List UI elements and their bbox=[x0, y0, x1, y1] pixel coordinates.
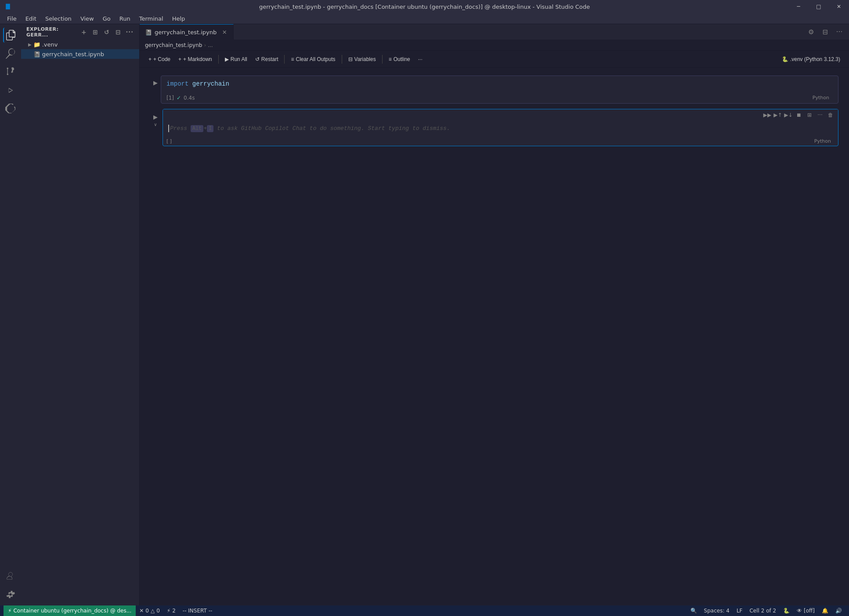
clear-all-outputs-button[interactable]: ≡ Clear All Outputs bbox=[287, 54, 339, 64]
cell-1-number: [1] bbox=[166, 95, 174, 101]
cell-2-toolbar: ▶▶ ▶↑ ▶↓ ⏹ ⊞ ··· 🗑 bbox=[163, 109, 838, 121]
refresh-button[interactable]: ↺ bbox=[102, 28, 111, 36]
cell-1-run-button[interactable]: ▶ bbox=[150, 77, 161, 88]
add-code-button[interactable]: + + Code bbox=[145, 54, 174, 64]
cell-2-interrupt-btn[interactable]: ⏹ bbox=[794, 110, 804, 120]
tab-label: gerrychain_test.ipynb bbox=[155, 29, 217, 36]
tab-notebook-icon: 📓 bbox=[145, 29, 152, 36]
menu-run[interactable]: Run bbox=[116, 14, 134, 23]
minimize-button[interactable]: ─ bbox=[788, 0, 809, 13]
clear-icon: ≡ bbox=[291, 56, 294, 62]
cell-2-input[interactable]: Press Alt+I to ask GitHub Copilot Chat t… bbox=[163, 121, 838, 137]
sidebar-header: EXPLORER: GERR... + ⊞ ↺ ⊟ ··· bbox=[21, 24, 139, 40]
menu-edit[interactable]: Edit bbox=[22, 14, 40, 23]
status-cell-position[interactable]: Cell 2 of 2 bbox=[746, 605, 780, 616]
menu-selection[interactable]: Selection bbox=[42, 14, 75, 23]
menu-bar: File Edit Selection View Go Run Terminal… bbox=[0, 13, 849, 24]
status-encoding[interactable]: LF bbox=[733, 605, 746, 616]
outline-button[interactable]: ≡ Outline bbox=[385, 54, 414, 64]
run-all-icon: ▶ bbox=[225, 56, 229, 62]
cell-1-code[interactable]: import gerrychain bbox=[161, 76, 838, 92]
plus-icon-2: + bbox=[178, 56, 181, 62]
breadcrumb-notebook[interactable]: gerrychain_test.ipynb bbox=[145, 42, 202, 48]
status-zoom[interactable]: 🔍 bbox=[687, 605, 701, 616]
tree-item-venv[interactable]: ▶ 📁 .venv bbox=[21, 40, 139, 49]
bell-icon: 🔔 bbox=[822, 608, 828, 614]
variables-button[interactable]: ⊟ Variables bbox=[345, 54, 379, 64]
cell-1-content: import gerrychain [1] ✓ 0.4s Python bbox=[161, 76, 838, 104]
tree-label-venv: .venv bbox=[42, 41, 58, 48]
sidebar-item-source-control[interactable] bbox=[3, 65, 18, 79]
cell-2-split-btn[interactable]: ⊞ bbox=[805, 110, 814, 120]
main-layout: EXPLORER: GERR... + ⊞ ↺ ⊟ ··· ▶ 📁 .venv … bbox=[0, 24, 849, 605]
add-markdown-label: + Markdown bbox=[183, 56, 212, 62]
menu-go[interactable]: Go bbox=[99, 14, 114, 23]
tab-close-button[interactable]: ✕ bbox=[221, 29, 228, 36]
settings-icon[interactable] bbox=[3, 587, 18, 602]
account-icon[interactable] bbox=[3, 569, 18, 584]
tree-item-notebook[interactable]: ▶ 📓 gerrychain_test.ipynb bbox=[21, 49, 139, 59]
sidebar-item-search[interactable] bbox=[3, 46, 18, 61]
cell-2-run-above-btn[interactable]: ▶↑ bbox=[773, 110, 783, 120]
tab-gerrychain-notebook[interactable]: 📓 gerrychain_test.ipynb ✕ bbox=[140, 24, 234, 40]
sidebar-item-extensions[interactable] bbox=[3, 101, 18, 116]
new-folder-button[interactable]: ⊞ bbox=[91, 28, 100, 36]
kernel-info-button[interactable]: 🐍 .venv (Python 3.12.3) bbox=[778, 54, 844, 64]
more-actions-button[interactable]: ··· bbox=[125, 28, 134, 36]
run-all-button[interactable]: ▶ Run All bbox=[221, 54, 251, 64]
module-name: gerrychain bbox=[192, 80, 229, 87]
more-notebook-button[interactable]: ··· bbox=[415, 54, 426, 64]
run-all-label: Run All bbox=[231, 56, 247, 62]
menu-help[interactable]: Help bbox=[169, 14, 189, 23]
status-remote-connection[interactable]: ⚡ Container ubuntu (gerrychain_docs) @ d… bbox=[4, 605, 136, 616]
cell-2-more-btn[interactable]: ··· bbox=[815, 110, 825, 120]
status-audio[interactable]: 🔊 bbox=[832, 605, 845, 616]
sidebar-item-run[interactable] bbox=[3, 83, 18, 98]
cell-2-execute-btn[interactable]: ▶▶ bbox=[762, 110, 772, 120]
spaces-label: Spaces: 4 bbox=[704, 608, 730, 614]
tab-bar: 📓 gerrychain_test.ipynb ✕ ⚙ ⊟ ··· bbox=[140, 24, 849, 40]
status-bar: ⚡ Container ubuntu (gerrychain_docs) @ d… bbox=[0, 605, 849, 616]
audio-icon: 🔊 bbox=[835, 608, 842, 614]
status-errors[interactable]: ✕ 0 △ 0 bbox=[136, 605, 163, 616]
breadcrumb-dots[interactable]: ... bbox=[208, 42, 213, 48]
add-markdown-button[interactable]: + + Markdown bbox=[175, 54, 216, 64]
status-notifications[interactable]: ⚡ 2 bbox=[163, 605, 179, 616]
status-eye-off[interactable]: 👁 [off] bbox=[793, 605, 818, 616]
variables-icon: ⊟ bbox=[348, 56, 353, 62]
restart-button[interactable]: ↺ Restart bbox=[252, 54, 282, 64]
cell-1-wrapper: ▶ import gerrychain [1] ✓ 0.4s Python bbox=[140, 75, 849, 104]
maximize-button[interactable]: □ bbox=[809, 0, 829, 13]
notification-icon: ⚡ bbox=[167, 608, 170, 614]
editor-area: 📓 gerrychain_test.ipynb ✕ ⚙ ⊟ ··· gerryc… bbox=[140, 24, 849, 605]
more-dots-icon: ··· bbox=[418, 56, 423, 62]
warning-count: 0 bbox=[156, 608, 160, 614]
status-spaces[interactable]: Spaces: 4 bbox=[701, 605, 733, 616]
tab-settings-button[interactable]: ⚙ bbox=[805, 26, 817, 38]
toolbar-divider-2 bbox=[284, 55, 285, 64]
tab-more-button[interactable]: ··· bbox=[833, 26, 845, 38]
menu-terminal[interactable]: Terminal bbox=[136, 14, 167, 23]
sidebar: EXPLORER: GERR... + ⊞ ↺ ⊟ ··· ▶ 📁 .venv … bbox=[21, 24, 140, 605]
cell-2-run-button[interactable]: ▶ bbox=[150, 112, 161, 122]
cell-2-delete-btn[interactable]: 🗑 bbox=[826, 110, 835, 120]
kernel-status-icon: 🐍 bbox=[783, 608, 790, 614]
cell-2-run-below-btn[interactable]: ▶↓ bbox=[784, 110, 793, 120]
menu-file[interactable]: File bbox=[4, 14, 20, 23]
svg-marker-0 bbox=[6, 4, 10, 10]
close-button[interactable]: ✕ bbox=[829, 0, 849, 13]
status-bell[interactable]: 🔔 bbox=[818, 605, 832, 616]
collapse-button[interactable]: ⊟ bbox=[114, 28, 123, 36]
status-kernel-icon[interactable]: 🐍 bbox=[780, 605, 793, 616]
menu-view[interactable]: View bbox=[77, 14, 98, 23]
cell-1-language: Python bbox=[809, 94, 833, 101]
sidebar-title: EXPLORER: GERR... bbox=[26, 26, 79, 38]
cell-2-collapse-arrow[interactable]: ∨ bbox=[154, 122, 157, 127]
window-controls: ─ □ ✕ bbox=[788, 0, 849, 13]
tree-label-notebook: gerrychain_test.ipynb bbox=[42, 51, 104, 58]
tab-split-button[interactable]: ⊟ bbox=[819, 26, 831, 38]
sidebar-item-explorer[interactable] bbox=[3, 28, 18, 43]
new-file-button[interactable]: + bbox=[79, 28, 88, 36]
warning-icon: △ bbox=[151, 608, 155, 614]
notebook-file-icon: 📓 bbox=[33, 51, 40, 58]
